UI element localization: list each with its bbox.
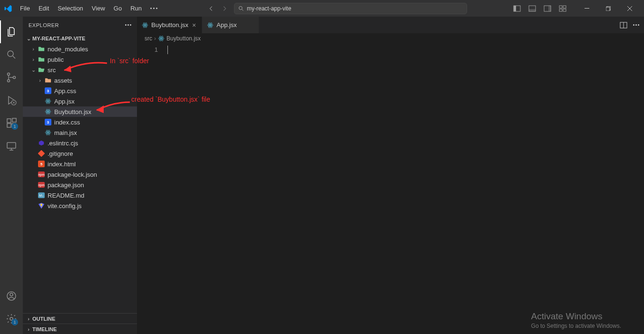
maximize-button[interactable] xyxy=(597,0,619,17)
file-readme[interactable]: M↓ README.md xyxy=(23,190,137,200)
split-editor-icon[interactable] xyxy=(620,21,627,29)
menu-run[interactable]: Run xyxy=(127,3,146,14)
activity-bar: 1 1 xyxy=(0,17,23,334)
svg-point-13 xyxy=(8,51,13,57)
svg-rect-11 xyxy=(585,8,589,9)
svg-rect-7 xyxy=(559,6,562,8)
tab-close-icon[interactable]: × xyxy=(191,21,197,29)
activity-source-control[interactable] xyxy=(0,66,23,89)
file-buybutton-jsx[interactable]: Buybutton.jsx xyxy=(23,106,137,117)
react-file-icon xyxy=(44,97,52,105)
breadcrumb[interactable]: src › Buybutton.jsx xyxy=(137,33,644,44)
svg-point-14 xyxy=(8,73,10,76)
menu-file[interactable]: File xyxy=(16,3,34,14)
outline-section[interactable]: › OUTLINE xyxy=(23,313,137,324)
activity-remote[interactable] xyxy=(0,134,23,157)
svg-rect-19 xyxy=(7,124,11,127)
css-file-icon: 3 xyxy=(44,87,52,95)
minimize-button[interactable] xyxy=(576,0,597,17)
svg-text:npm: npm xyxy=(38,183,45,187)
close-button[interactable] xyxy=(619,0,640,17)
svg-point-16 xyxy=(13,76,16,79)
activity-debug[interactable] xyxy=(0,89,23,112)
layout-panel-icon[interactable] xyxy=(528,5,536,12)
svg-rect-4 xyxy=(529,9,536,11)
folder-node-modules[interactable]: › node_modules xyxy=(23,44,137,54)
search-icon xyxy=(6,49,17,60)
svg-point-48 xyxy=(210,24,211,25)
nav-forward-icon[interactable] xyxy=(221,5,228,12)
tab-actions xyxy=(615,17,644,33)
file-package-json[interactable]: npm package.json xyxy=(23,180,137,190)
search-text: my-react-app-vite xyxy=(247,5,291,12)
tab-more-icon[interactable] xyxy=(633,24,639,26)
breadcrumb-src[interactable]: src xyxy=(145,35,152,42)
layout-sidebar-right-icon[interactable] xyxy=(544,5,551,12)
activity-explorer[interactable] xyxy=(0,20,23,43)
menu-more-icon[interactable] xyxy=(146,3,161,14)
nav-back-icon[interactable] xyxy=(207,5,215,12)
file-app-css[interactable]: 3 App.css xyxy=(23,86,137,96)
menu-go[interactable]: Go xyxy=(110,3,126,14)
activity-settings[interactable]: 1 xyxy=(0,307,23,330)
svg-point-0 xyxy=(239,6,243,10)
explorer-title: EXPLORER xyxy=(29,22,59,28)
folder-open-icon xyxy=(37,66,46,74)
react-file-icon xyxy=(158,35,165,42)
menu-view[interactable]: View xyxy=(88,3,109,14)
folder-src[interactable]: ⌄ src xyxy=(23,65,137,75)
svg-rect-8 xyxy=(563,6,566,8)
folder-assets[interactable]: › assets xyxy=(23,75,137,86)
nav-center: my-react-app-vite xyxy=(161,3,513,14)
eslint-file-icon xyxy=(37,139,46,147)
code-area[interactable] xyxy=(167,46,644,334)
svg-point-44 xyxy=(145,24,146,25)
project-root[interactable]: ⌄ MY-REACT-APP-VITE xyxy=(23,33,137,44)
menu-bar: File Edit Selection View Go Run xyxy=(16,3,161,14)
file-main-jsx[interactable]: main.jsx xyxy=(23,127,137,138)
svg-text:npm: npm xyxy=(38,173,45,177)
vscode-logo-icon xyxy=(4,4,12,13)
folder-icon xyxy=(37,56,46,63)
file-gitignore[interactable]: .gitignore xyxy=(23,148,137,159)
file-eslintrc[interactable]: .eslintrc.cjs xyxy=(23,138,137,148)
file-index-css[interactable]: 3 index.css xyxy=(23,117,137,127)
explorer-more-icon[interactable] xyxy=(125,24,131,26)
vite-file-icon xyxy=(37,202,46,210)
explorer-header: EXPLORER xyxy=(23,17,137,33)
chevron-right-icon: › xyxy=(36,77,44,83)
svg-rect-18 xyxy=(7,119,11,123)
folder-icon xyxy=(44,76,52,84)
markdown-file-icon: M↓ xyxy=(37,191,46,199)
tab-app[interactable]: App.jsx xyxy=(202,17,259,33)
css-file-icon: 3 xyxy=(44,118,52,126)
file-index-html[interactable]: 5 index.html xyxy=(23,159,137,169)
account-icon xyxy=(6,290,17,302)
file-package-lock[interactable]: npm package-lock.json xyxy=(23,169,137,180)
remote-icon xyxy=(6,140,17,152)
activity-account[interactable] xyxy=(0,285,23,307)
layout-sidebar-left-icon[interactable] xyxy=(513,5,521,12)
svg-rect-39 xyxy=(38,150,45,157)
breadcrumb-file[interactable]: Buybutton.jsx xyxy=(166,35,201,42)
editor-content[interactable]: 1 xyxy=(137,44,644,334)
file-app-jsx[interactable]: App.jsx xyxy=(23,96,137,106)
command-center[interactable]: my-react-app-vite xyxy=(234,3,467,14)
folder-public[interactable]: › public xyxy=(23,54,137,65)
svg-rect-2 xyxy=(514,6,516,11)
tab-buybutton[interactable]: Buybutton.jsx × xyxy=(137,17,202,33)
chevron-right-icon: › xyxy=(25,326,32,332)
activity-extensions[interactable]: 1 xyxy=(0,112,23,134)
git-file-icon xyxy=(37,150,46,157)
chevron-down-icon: ⌄ xyxy=(25,36,32,42)
file-vite-config[interactable]: vite.config.js xyxy=(23,200,137,211)
title-bar: File Edit Selection View Go Run my-react… xyxy=(0,0,644,17)
menu-edit[interactable]: Edit xyxy=(35,3,53,14)
layout-customize-icon[interactable] xyxy=(559,5,566,12)
svg-point-15 xyxy=(8,80,10,82)
file-tree: ⌄ MY-REACT-APP-VITE › node_modules › pub… xyxy=(23,33,137,313)
timeline-section[interactable]: › TIMELINE xyxy=(23,324,137,334)
window-controls xyxy=(513,0,640,17)
menu-selection[interactable]: Selection xyxy=(54,3,87,14)
activity-search[interactable] xyxy=(0,43,23,66)
